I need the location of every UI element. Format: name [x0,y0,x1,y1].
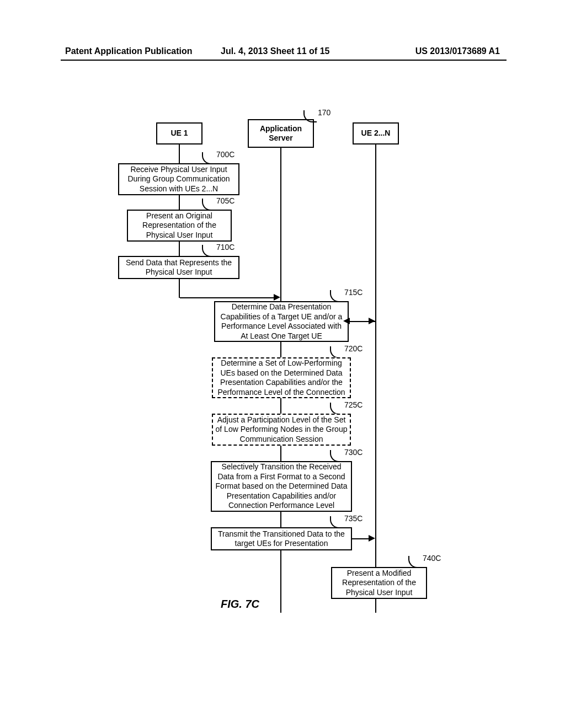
ref-label-705c: 705C [216,196,234,205]
ref-label-735c: 735C [344,514,363,523]
lane-header-ue2n: UE 2...N [353,122,399,144]
lane-header-server: Application Server [248,119,314,148]
ref-label-715c: 715C [344,288,363,297]
ref-curve-740c [408,556,422,568]
ref-curve-735c [330,516,343,528]
ref-label-730c: 730C [344,448,363,457]
figure-title: FIG. 7C [221,598,259,611]
step-705c: Present an Original Representation of th… [127,210,232,242]
ref-curve-710c [202,245,215,257]
ref-label-740c: 740C [423,554,441,563]
page: Patent Application Publication Jul. 4, 2… [0,0,565,728]
arrowhead-715c-right [369,318,375,324]
arrowhead-710c [274,294,280,301]
header-right: US 2013/0173689 A1 [415,46,500,56]
ref-curve-700c [202,152,215,164]
step-730c: Selectively Transition the Received Data… [211,461,352,512]
lifeline-ue2n [375,144,376,613]
ref-curve-725c [330,403,343,415]
ref-label-170: 170 [318,108,331,117]
step-715c: Determine Data Presentation Capabilities… [214,301,349,342]
header-left: Patent Application Publication [65,46,193,56]
step-710c: Send Data that Represents the Physical U… [118,256,239,279]
step-725c: Adjust a Participation Level of the Set … [212,414,351,446]
ref-label-725c: 725C [344,400,363,409]
ref-curve-730c [330,450,343,462]
arrowhead-735c [369,535,375,542]
ref-label-700c: 700C [216,150,234,159]
ref-curve-705c [202,199,215,211]
ref-curve-720c [330,346,343,358]
arrow-735c-to-ue2n [352,538,370,539]
header-center: Jul. 4, 2013 Sheet 11 of 15 [221,46,329,56]
header-rule [61,60,507,61]
ref-label-710c: 710C [216,243,234,251]
step-700c: Receive Physical User Input During Group… [118,163,239,195]
ref-curve-715c [330,290,343,302]
arrowhead-715c-left [343,318,350,324]
ref-label-720c: 720C [344,344,363,353]
lane-header-ue1: UE 1 [156,122,202,144]
step-735c: Transmit the Transitioned Data to the ta… [211,527,352,550]
step-720c: Determine a Set of Low-Performing UEs ba… [212,357,351,398]
arrow-710c-to-server [180,297,274,298]
step-740c: Present a Modified Representation of the… [331,567,427,599]
